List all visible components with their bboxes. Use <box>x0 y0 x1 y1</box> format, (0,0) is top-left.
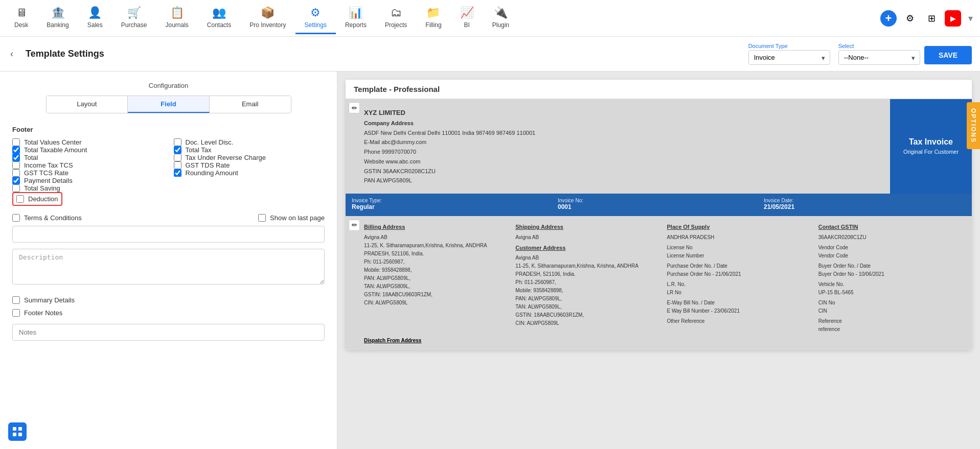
filling-icon: 📁 <box>426 6 440 19</box>
nav-label-contacts: Contacts <box>207 21 231 29</box>
grid-view-icon[interactable]: ⊞ <box>923 10 940 27</box>
income-tax-tcs-checkbox[interactable] <box>12 161 20 169</box>
payment-details-label[interactable]: Payment Details <box>24 177 73 184</box>
cin-value: CIN <box>818 307 966 315</box>
edit-address-icon[interactable]: ✏ <box>349 220 360 231</box>
nav-item-filling[interactable]: 📁 Filling <box>416 2 450 34</box>
right-checkboxes: Doc. Level Disc. Total Tax Tax Under Rev… <box>174 138 325 206</box>
show-last-page-label[interactable]: Show on last page <box>270 214 325 222</box>
nav-label-reports: Reports <box>345 21 367 29</box>
checkbox-deduction-highlighted: Deduction <box>12 192 62 206</box>
select-dropdown[interactable]: --None-- <box>838 50 920 65</box>
company-address: ASDF New Delhi Central Delhi 110001 Indi… <box>364 128 882 138</box>
summary-details-label[interactable]: Summary Details <box>24 296 75 304</box>
select-select[interactable]: --None-- <box>838 50 920 65</box>
doc-type-dropdown[interactable]: Invoice <box>748 50 830 65</box>
tax-under-reverse-checkbox[interactable] <box>174 154 181 161</box>
total-tax-label[interactable]: Total Tax <box>186 146 212 154</box>
lr-no-value: LR No <box>667 289 814 297</box>
vehicle-no-value: UP-15 BL-5465 <box>818 289 966 297</box>
doc-level-disc-label[interactable]: Doc. Level Disc. <box>186 138 234 146</box>
footer-notes-checkbox[interactable] <box>12 309 20 317</box>
back-button[interactable]: ‹ <box>10 49 13 59</box>
total-taxable-amount-checkbox[interactable] <box>12 146 20 154</box>
rounding-amount-checkbox[interactable] <box>174 169 181 177</box>
nav-item-plugin[interactable]: 🔌 Plugin <box>483 2 518 34</box>
sales-icon: 👤 <box>88 6 102 19</box>
terms-conditions-input[interactable]: Terms & Conditions <box>12 226 325 243</box>
nav-item-sales[interactable]: 👤 Sales <box>78 2 112 34</box>
nav-item-purchase[interactable]: 🛒 Purchase <box>112 2 156 34</box>
nav-label-pro-inventory: Pro Inventory <box>249 21 286 29</box>
footer-notes-row: Footer Notes <box>12 309 325 317</box>
gst-tds-rate-label[interactable]: GST TDS Rate <box>186 161 230 169</box>
checkbox-doc-level: Doc. Level Disc. <box>174 138 325 146</box>
template-top: XYZ LIMITED Company Address ASDF New Del… <box>346 99 972 194</box>
save-button[interactable]: SAVE <box>924 46 972 64</box>
invoice-no-label: Invoice No: <box>558 198 751 203</box>
tab-layout[interactable]: Layout <box>47 96 128 113</box>
template-header-section: ✏ XYZ LIMITED Company Address ASDF New D… <box>346 99 972 217</box>
doc-type-select[interactable]: Invoice <box>748 50 830 65</box>
nav-item-journals[interactable]: 📋 Journals <box>156 2 197 34</box>
nav-label-banking: Banking <box>47 21 69 29</box>
income-tax-tcs-label[interactable]: Income Tax TCS <box>24 161 73 169</box>
tax-under-reverse-label[interactable]: Tax Under Reverse Charge <box>186 154 266 161</box>
customer-address-title: Customer Address <box>515 244 663 253</box>
nav-item-pro-inventory[interactable]: 📦 Pro Inventory <box>240 2 295 34</box>
total-saving-checkbox[interactable] <box>12 184 20 192</box>
show-last-page-checkbox[interactable] <box>258 214 266 222</box>
gst-tds-rate-checkbox[interactable] <box>174 161 181 169</box>
edit-header-icon[interactable]: ✏ <box>349 102 360 113</box>
deduction-label[interactable]: Deduction <box>28 195 58 203</box>
company-email: E-Mail abc@dummy.com <box>364 137 882 147</box>
company-info: XYZ LIMITED Company Address ASDF New Del… <box>346 99 890 194</box>
tab-field[interactable]: Field <box>128 96 210 113</box>
shipping-mobile: Mobile: 9358428898, <box>515 287 663 295</box>
payment-details-checkbox[interactable] <box>12 177 20 184</box>
invoice-no-cell: Invoice No: 0001 <box>552 194 758 216</box>
total-values-center-checkbox[interactable] <box>12 138 20 146</box>
supply-license-label: License No <box>667 244 814 252</box>
notes-input[interactable] <box>12 324 325 341</box>
invoice-no-value: 0001 <box>558 203 751 210</box>
options-sidebar[interactable]: OPTIONS <box>967 102 980 149</box>
total-label[interactable]: Total <box>24 154 38 161</box>
template-address-section: ✏ Billing Address Avigna AB 11-25, K. Si… <box>346 217 972 350</box>
nav-chevron-icon[interactable]: ▾ <box>966 11 975 26</box>
nav-item-reports[interactable]: 📊 Reports <box>336 2 376 34</box>
add-button[interactable]: + <box>880 10 897 27</box>
total-saving-label[interactable]: Total Saving <box>24 184 60 192</box>
tab-email[interactable]: Email <box>210 96 291 113</box>
terms-conditions-label[interactable]: Terms & Conditions <box>24 214 82 222</box>
youtube-icon[interactable]: ▶ <box>945 10 961 27</box>
nav-item-desk[interactable]: 🖥 Desk <box>5 2 37 34</box>
description-textarea[interactable]: Description <box>12 249 325 285</box>
left-checkboxes: Total Values Center Total Taxable Amount… <box>12 138 164 206</box>
total-tax-checkbox[interactable] <box>174 146 181 154</box>
billing-phone: Ph: 011-2560987, <box>364 258 511 266</box>
summary-details-checkbox[interactable] <box>12 296 20 304</box>
total-taxable-amount-label[interactable]: Total Taxable Amount <box>24 146 87 154</box>
gst-tcs-rate-checkbox[interactable] <box>12 169 20 177</box>
terms-conditions-checkbox[interactable] <box>12 214 20 222</box>
supply-value: ANDHRA PRADESH <box>667 233 814 242</box>
grid-icon-button[interactable] <box>8 422 27 441</box>
nav-label-bi: BI <box>464 21 469 29</box>
gst-tcs-rate-label[interactable]: GST TCS Rate <box>24 169 69 177</box>
settings-gear-icon[interactable]: ⚙ <box>902 10 918 27</box>
customer-address: 11-25, K. Sitharamapuram,Krishna, Krishn… <box>515 262 663 278</box>
nav-item-banking[interactable]: 🏦 Banking <box>37 2 78 34</box>
total-checkbox[interactable] <box>12 154 20 161</box>
total-values-center-label[interactable]: Total Values Center <box>24 138 82 146</box>
nav-item-contacts[interactable]: 👥 Contacts <box>198 2 240 34</box>
doc-level-disc-checkbox[interactable] <box>174 138 181 146</box>
nav-item-bi[interactable]: 📈 BI <box>451 2 483 34</box>
contacts-icon: 👥 <box>212 6 226 19</box>
footer-notes-label[interactable]: Footer Notes <box>24 309 62 317</box>
nav-item-settings[interactable]: ⚙ Settings <box>295 2 336 34</box>
document-type-group: Document Type Invoice <box>748 43 830 65</box>
nav-item-projects[interactable]: 🗂 Projects <box>376 2 416 34</box>
rounding-amount-label[interactable]: Rounding Amount <box>186 169 238 177</box>
deduction-checkbox[interactable] <box>16 195 24 203</box>
